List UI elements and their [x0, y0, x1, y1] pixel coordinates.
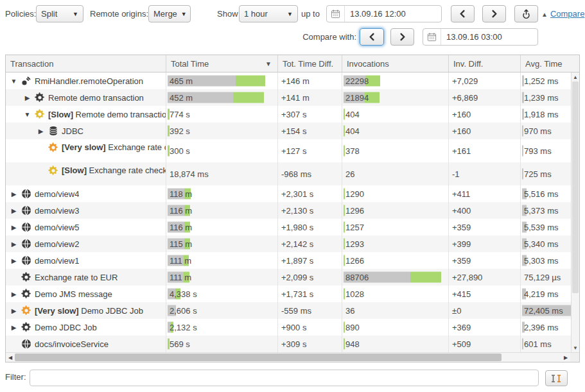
avg-time-cell: 725 ms — [521, 162, 571, 185]
avg-time-cell: 1,918 ms — [521, 106, 571, 123]
inspectit-toggle-button[interactable] — [545, 370, 568, 386]
scroll-down-icon[interactable]: ▼ — [572, 343, 579, 352]
compare-next-button[interactable] — [390, 28, 414, 46]
twisty-closed-icon[interactable]: ▶ — [10, 207, 18, 214]
col-header-total-time-diff[interactable]: Tot. Time Diff. — [278, 55, 342, 72]
total-time-diff-cell: +127 s — [278, 139, 342, 162]
table-row[interactable]: ▼[Slow] Remote demo transaction774 s+307… — [6, 106, 571, 123]
table-row[interactable]: ▼RmiHandler.remoteOperation465 m+146 m22… — [6, 72, 571, 89]
total-time-cell: 2,606 s — [166, 302, 278, 319]
twisty-closed-icon[interactable]: ▶ — [10, 307, 18, 314]
invocations-cell: 1293 — [342, 235, 449, 252]
remote-icon — [21, 76, 31, 86]
total-time-diff-cell: +2,130 s — [278, 202, 342, 219]
scroll-right-icon[interactable]: ▶ — [561, 353, 570, 362]
time-prev-button[interactable] — [451, 5, 475, 22]
transaction-cell: ▶[Very slow] Demo JDBC Job — [6, 302, 166, 319]
total-time-cell: 18,874 ms — [166, 162, 278, 185]
invocations-cell: 88706 — [342, 269, 449, 285]
policies-label: Policies: — [5, 5, 36, 22]
globe-icon — [21, 255, 31, 266]
inv-diff-cell: ±0 — [449, 302, 521, 319]
inv-diff-cell: +161 — [449, 139, 521, 162]
invocations-cell: 22298 — [342, 72, 449, 89]
export-button[interactable] — [514, 5, 538, 22]
twisty-closed-icon[interactable]: ▶ — [10, 291, 18, 298]
twisty-closed-icon[interactable]: ▶ — [37, 128, 45, 135]
total-time-cell: 392 s — [166, 123, 278, 139]
transaction-name: [Slow] Exchange rate checks via ' — [62, 166, 166, 175]
vertical-scroll-thumb[interactable] — [572, 81, 579, 293]
col-header-invocations[interactable]: Invocations — [342, 55, 449, 72]
globe-icon — [21, 189, 31, 199]
table-row[interactable]: ▶Demo JDBC Job2,132 s+900 s890+3692,396 … — [6, 319, 571, 336]
table-row[interactable]: ▶Remote demo transaction452 m+141 m21894… — [6, 89, 571, 106]
col-header-avg-time[interactable]: Avg. Time — [521, 55, 579, 72]
show-select[interactable]: 1 hour ▼ — [239, 5, 298, 22]
filter-input[interactable] — [30, 370, 539, 386]
invocations-cell: 1296 — [342, 202, 449, 219]
scrollbar-corner — [570, 353, 579, 362]
total-time-cell: 111 m — [166, 269, 278, 285]
transaction-name: [Very slow] Demo JDBC Job — [35, 306, 143, 316]
transaction-name: demo/view1 — [35, 256, 79, 266]
twisty-open-icon[interactable]: ▼ — [10, 78, 18, 85]
invocations-cell: 404 — [342, 106, 449, 123]
compare-toggle[interactable]: ▲Compare — [541, 5, 584, 23]
remote-origins-select[interactable]: Merge ▼ — [148, 5, 191, 22]
total-time-diff-cell: +2,099 s — [278, 269, 342, 285]
compare-date-value: 13.09.16 03:00 — [441, 32, 507, 42]
gear-very-slow-icon — [48, 142, 58, 153]
table-row[interactable]: docs/invoiceService569 s+309 s948+509601… — [6, 336, 571, 352]
avg-time-cell: 2,396 ms — [521, 319, 571, 336]
table-row[interactable]: ▶demo/view3116 m+2,130 s1296+4005,373 ms — [6, 202, 571, 219]
twisty-closed-icon[interactable]: ▶ — [23, 94, 31, 101]
horizontal-scrollbar[interactable]: ◀ ▶ — [6, 352, 579, 362]
inv-diff-cell: +359 — [449, 252, 521, 269]
twisty-closed-icon[interactable]: ▶ — [10, 241, 18, 248]
compare-date-input[interactable]: 13.09.16 03:00 — [423, 28, 538, 46]
table-row[interactable]: ▶demo/view2115 m+2,142 s1293+3995,340 ms — [6, 235, 571, 252]
vertical-scrollbar[interactable]: ▲ ▼ — [571, 72, 579, 352]
compare-prev-button[interactable] — [360, 28, 384, 46]
table-row[interactable]: ▶[Very slow] Demo JDBC Job2,606 s-559 ms… — [6, 302, 571, 319]
table-row[interactable]: Exchange rate to EUR111 m+2,099 s88706+2… — [6, 269, 571, 285]
table-row[interactable]: ▶demo/view4118 m+2,301 s1290+4115,516 ms — [6, 185, 571, 202]
invocations-cell: 1290 — [342, 185, 449, 202]
remote-origins-label: Remote origins: — [90, 5, 148, 22]
show-label: Show — [217, 5, 238, 22]
transaction-name: docs/invoiceService — [35, 339, 109, 349]
table-row[interactable]: [Slow] Exchange rate checks via '18,874 … — [6, 162, 571, 185]
col-header-transaction[interactable]: Transaction — [6, 55, 166, 72]
total-time-diff-cell: +1,980 s — [278, 219, 342, 235]
col-header-total-time[interactable]: Total Time▼ — [166, 55, 278, 72]
time-next-button[interactable] — [482, 5, 506, 22]
table-row[interactable]: [Very slow] Exchange rate check300 s+127… — [6, 139, 571, 162]
transaction-name: Exchange rate to EUR — [35, 273, 118, 282]
twisty-closed-icon[interactable]: ▶ — [10, 257, 18, 264]
table-row[interactable]: ▶demo/view5116 m+1,980 s1257+3595,539 ms — [6, 219, 571, 235]
scroll-left-icon[interactable]: ◀ — [6, 353, 15, 362]
policies-select[interactable]: Split ▼ — [36, 5, 83, 22]
inv-diff-cell: +400 — [449, 202, 521, 219]
inv-diff-cell: +7,029 — [449, 72, 521, 89]
chevron-down-icon: ▼ — [73, 11, 78, 17]
twisty-open-icon[interactable]: ▼ — [23, 111, 31, 118]
twisty-closed-icon[interactable]: ▶ — [10, 324, 18, 331]
table-row[interactable]: ▶demo/view1111 m+1,897 s1266+3595,303 ms — [6, 252, 571, 269]
twisty-closed-icon[interactable]: ▶ — [10, 191, 18, 198]
gear-slow-icon — [48, 166, 58, 176]
horizontal-scroll-thumb[interactable] — [15, 354, 502, 361]
avg-time-cell: 5,539 ms — [521, 219, 571, 235]
inv-diff-cell: +359 — [449, 219, 521, 235]
upto-date-input[interactable]: 13.09.16 12:00 — [326, 5, 442, 22]
col-header-inv-diff[interactable]: Inv. Diff. — [449, 55, 521, 72]
table-row[interactable]: ▶Demo JMS message4,338 s+1,731 s1028+415… — [6, 285, 571, 302]
total-time-cell: 116 m — [166, 202, 278, 219]
scroll-up-icon[interactable]: ▲ — [572, 72, 579, 81]
twisty-closed-icon[interactable]: ▶ — [10, 224, 18, 231]
upto-date-value: 13.09.16 12:00 — [345, 9, 411, 19]
chevron-down-icon: ▼ — [181, 11, 187, 17]
table-row[interactable]: ▶JDBC392 s+154 s404+160970 ms — [6, 123, 571, 139]
compare-link[interactable]: Compare — [550, 9, 584, 19]
